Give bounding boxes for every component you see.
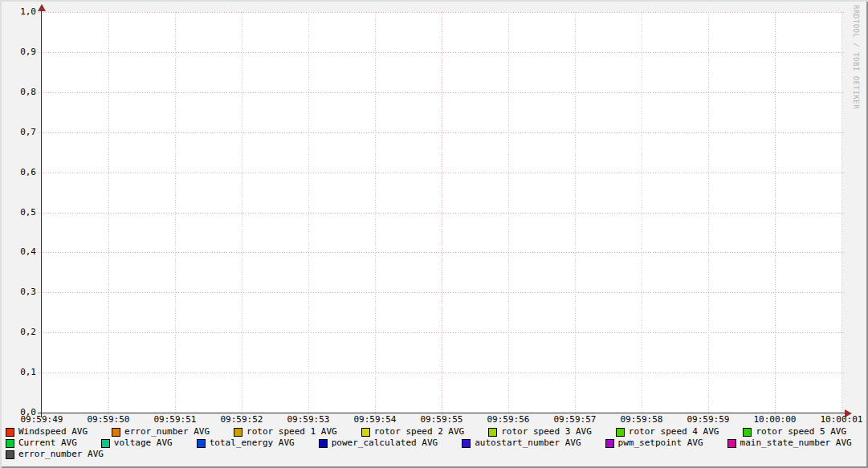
legend-item-label: main_state_number AVG [740,438,852,448]
legend-color-swatch-icon [462,439,471,448]
x-tick-label: 09:59:55 [408,415,475,425]
legend-item: pwm_setpoint AVG [605,438,703,448]
legend-color-swatch-icon [112,428,120,437]
legend-item: rotor speed 2 AVG [361,427,465,437]
x-tick-label: 10:00:00 [741,415,809,425]
legend-item-label: Windspeed AVG [18,427,88,437]
y-tick-label: 1,0 [7,7,36,17]
y-tick-label: 0,2 [7,328,36,337]
legend-item-label: rotor speed 2 AVG [374,427,465,437]
x-tick-label: 09:59:52 [208,415,275,425]
legend-color-swatch-icon [605,439,614,448]
grid-line-x [175,12,176,416]
x-tick-label: 10:00:01 [808,415,868,425]
legend-color-swatch-icon [6,450,14,459]
y-tick-label: 0,8 [7,87,36,97]
grid-line-x [642,12,642,416]
legend-item: error_number AVG [6,450,104,459]
legend-item: autostart_number AVG [462,438,581,448]
legend-item-label: rotor speed 5 AVG [756,427,846,437]
x-tick-label: 09:59:54 [341,415,409,425]
legend-color-swatch-icon [727,439,736,448]
legend-color-swatch-icon [234,428,242,437]
legend-item-label: rotor speed 4 AVG [629,427,719,437]
x-tick-label: 09:59:49 [8,415,75,425]
y-tick-label: 0,4 [7,247,36,257]
legend-item: rotor speed 1 AVG [234,427,337,437]
x-tick-label: 09:59:53 [275,415,342,425]
legend-item: Current AVG [6,438,77,448]
grid-line-x [708,12,709,416]
legend-item-label: voltage AVG [114,438,173,448]
legend-color-swatch-icon [197,439,206,448]
legend-item: Windspeed AVG [6,427,88,437]
grid-line-x [308,12,309,416]
legend-item: power_calculated AVG [319,438,438,448]
legend-item: total_energy AVG [197,438,295,448]
y-tick-label: 0,6 [7,168,36,177]
legend-item: error_number AVG [112,427,210,437]
legend-item-label: rotor speed 3 AVG [501,427,592,437]
legend-color-swatch-icon [743,428,752,437]
x-tick-label: 09:59:51 [141,415,209,425]
grid-line-x [575,12,576,416]
legend-item: rotor speed 3 AVG [488,427,592,437]
legend-item-label: pwm_setpoint AVG [618,438,703,448]
legend-row: error_number AVG [6,450,852,459]
y-tick-label: 0,1 [7,368,36,377]
x-axis-line [38,413,846,413]
grid-line-x [842,12,842,416]
legend-color-swatch-icon [6,439,14,448]
legend-item-label: error_number AVG [124,427,210,437]
legend-item: rotor speed 4 AVG [616,427,719,437]
grid-line-x [508,12,509,416]
y-tick-label: 0,5 [7,208,36,218]
legend-item-label: error_number AVG [18,450,104,459]
grid-line-x [242,12,242,416]
x-tick-label: 09:59:50 [75,415,142,425]
legend-color-swatch-icon [488,428,497,437]
legend-item-label: autostart_number AVG [475,438,581,448]
grid-line-x [108,12,109,416]
legend-item: voltage AVG [101,438,173,448]
legend-row: Current AVGvoltage AVGtotal_energy AVGpo… [6,438,852,448]
grid-line-x [375,12,376,416]
grid-line-x [775,12,776,416]
y-tick-label: 0,3 [7,287,36,297]
legend-item-label: rotor speed 1 AVG [247,427,337,437]
legend-row: Windspeed AVGerror_number AVGrotor speed… [6,427,852,437]
y-tick-label: 0,7 [7,128,36,137]
legend: Windspeed AVGerror_number AVGrotor speed… [6,427,852,461]
legend-item-label: total_energy AVG [210,438,295,448]
legend-color-swatch-icon [361,428,370,437]
x-tick-label: 09:59:59 [674,415,742,425]
legend-item: main_state_number AVG [727,438,852,448]
x-tick-label: 09:59:58 [608,415,675,425]
watermark-text: RRDTOOL / TOBI OETIKER [852,5,860,109]
legend-color-swatch-icon [319,439,328,448]
x-tick-label: 09:59:57 [541,415,609,425]
legend-color-swatch-icon [616,428,625,437]
y-axis-arrow-icon [38,4,46,11]
rrdtool-graph: 1,00,90,80,70,60,50,40,30,20,10,0 09:59:… [0,0,868,468]
legend-color-swatch-icon [101,439,110,448]
grid-line-x [442,12,442,416]
y-axis-line [41,7,42,417]
legend-item: rotor speed 5 AVG [743,427,846,437]
legend-item-label: power_calculated AVG [332,438,438,448]
legend-item-label: Current AVG [18,438,77,448]
legend-color-swatch-icon [6,428,14,437]
y-tick-label: 0,9 [7,47,36,57]
x-tick-label: 09:59:56 [475,415,542,425]
